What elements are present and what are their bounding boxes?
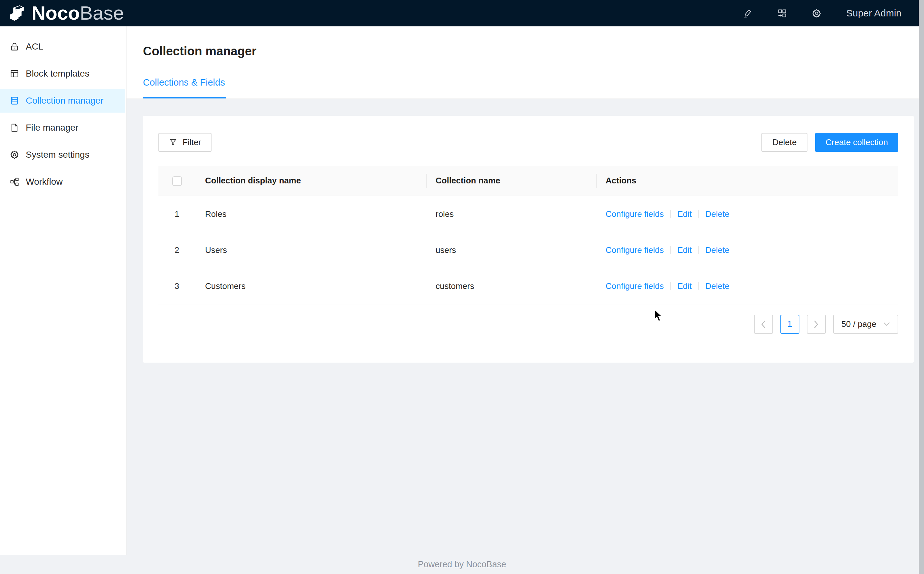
chevron-down-icon — [883, 322, 890, 326]
nocobase-cube-icon — [8, 4, 27, 22]
table-row: 1 Roles roles Configure fields Edit Dele… — [158, 196, 898, 232]
action-divider — [670, 282, 671, 290]
card-toolbar: Filter Delete Create collection — [158, 133, 898, 152]
workflow-icon — [9, 177, 19, 187]
logo-text: NocoBase — [32, 3, 124, 23]
configure-fields-link[interactable]: Configure fields — [606, 245, 664, 255]
row-index: 2 — [158, 232, 196, 268]
sidebar-item-file-manager[interactable]: File manager — [0, 116, 125, 140]
cell-display-name: Customers — [196, 268, 426, 304]
chevron-left-icon — [760, 320, 766, 328]
lock-icon — [9, 42, 19, 52]
table-row: 2 Users users Configure fields Edit Dele… — [158, 232, 898, 268]
pagination-page-1[interactable]: 1 — [780, 315, 799, 334]
vertical-scrollbar[interactable] — [919, 0, 924, 574]
table-row: 3 Customers customers Configure fields E… — [158, 268, 898, 304]
sidebar-item-label: File manager — [26, 123, 78, 133]
page-header: Collection manager Collections & Fields — [126, 26, 924, 99]
mouse-cursor — [654, 309, 665, 322]
highlighter-icon[interactable] — [743, 8, 753, 18]
delete-link[interactable]: Delete — [705, 245, 729, 255]
topbar: NocoBase Super Admin — [0, 0, 924, 26]
cell-actions: Configure fields Edit Delete — [596, 196, 898, 232]
user-menu[interactable]: Super Admin — [846, 8, 902, 19]
database-icon — [9, 96, 19, 106]
filter-button[interactable]: Filter — [158, 133, 212, 152]
collections-table: Collection display name Collection name … — [158, 166, 898, 304]
filter-funnel-icon — [169, 138, 177, 147]
pagination-prev-button[interactable] — [754, 315, 773, 334]
page-footer: Powered by NocoBase — [0, 555, 924, 574]
sidebar-item-label: Block templates — [26, 69, 90, 79]
page-size-select[interactable]: 50 / page — [833, 315, 898, 334]
page-title: Collection manager — [143, 44, 924, 58]
plugin-manager-icon[interactable] — [777, 8, 787, 18]
layout-icon — [9, 69, 19, 79]
sidebar-item-label: System settings — [26, 150, 90, 160]
sidebar-item-acl[interactable]: ACL — [0, 35, 125, 58]
configure-fields-link[interactable]: Configure fields — [606, 281, 664, 291]
sidebar-item-label: Workflow — [26, 177, 63, 187]
select-all-checkbox[interactable] — [172, 176, 182, 186]
column-header-collection-name: Collection name — [426, 166, 596, 196]
row-index: 3 — [158, 268, 196, 304]
powered-by-text: Powered by NocoBase — [418, 560, 506, 569]
edit-link[interactable]: Edit — [678, 209, 692, 219]
pagination-next-button[interactable] — [807, 315, 826, 334]
column-header-actions: Actions — [596, 166, 898, 196]
sidebar-item-system-settings[interactable]: System settings — [0, 143, 125, 167]
action-divider — [670, 246, 671, 254]
page-size-value: 50 / page — [842, 319, 877, 329]
collections-card: Filter Delete Create collection — [143, 116, 914, 363]
chevron-right-icon — [813, 320, 819, 328]
delete-button[interactable]: Delete — [761, 133, 807, 152]
cell-collection-name: users — [426, 232, 596, 268]
tabs: Collections & Fields — [143, 77, 226, 98]
table-header-row: Collection display name Collection name … — [158, 166, 898, 196]
filter-button-label: Filter — [183, 137, 201, 147]
nocobase-logo[interactable]: NocoBase — [8, 3, 124, 23]
cell-collection-name: customers — [426, 268, 596, 304]
sidebar-item-block-templates[interactable]: Block templates — [0, 62, 125, 85]
sidebar-item-label: ACL — [26, 41, 43, 52]
pagination: 1 50 / page — [158, 315, 898, 334]
layout-body: ACL Block templates Collection manager — [0, 26, 924, 555]
configure-fields-link[interactable]: Configure fields — [606, 209, 664, 219]
cell-actions: Configure fields Edit Delete — [596, 232, 898, 268]
sidebar-item-label: Collection manager — [26, 96, 103, 106]
main-area: Collection manager Collections & Fields … — [126, 26, 924, 555]
header-checkbox-cell — [158, 166, 196, 196]
cell-collection-name: roles — [426, 196, 596, 232]
topbar-right: Super Admin — [743, 8, 902, 19]
cell-display-name: Users — [196, 232, 426, 268]
create-collection-button[interactable]: Create collection — [815, 133, 898, 152]
row-index: 1 — [158, 196, 196, 232]
file-icon — [9, 123, 19, 132]
logo-text-light: Base — [80, 3, 124, 23]
edit-link[interactable]: Edit — [678, 281, 692, 291]
logo-text-bold: Noco — [32, 3, 80, 23]
delete-link[interactable]: Delete — [705, 281, 729, 291]
cell-display-name: Roles — [196, 196, 426, 232]
cell-actions: Configure fields Edit Delete — [596, 268, 898, 304]
gear-icon — [9, 150, 19, 159]
sidebar-item-workflow[interactable]: Workflow — [0, 170, 125, 194]
content-area: Filter Delete Create collection — [126, 99, 924, 555]
sidebar: ACL Block templates Collection manager — [0, 26, 126, 555]
delete-link[interactable]: Delete — [705, 209, 729, 219]
action-divider — [698, 282, 699, 290]
action-divider — [670, 210, 671, 218]
action-divider — [698, 210, 699, 218]
action-divider — [698, 246, 699, 254]
edit-link[interactable]: Edit — [678, 245, 692, 255]
settings-icon[interactable] — [812, 8, 821, 18]
column-header-display-name: Collection display name — [196, 166, 426, 196]
sidebar-item-collection-manager[interactable]: Collection manager — [0, 89, 125, 113]
tab-collections-and-fields[interactable]: Collections & Fields — [143, 77, 226, 98]
